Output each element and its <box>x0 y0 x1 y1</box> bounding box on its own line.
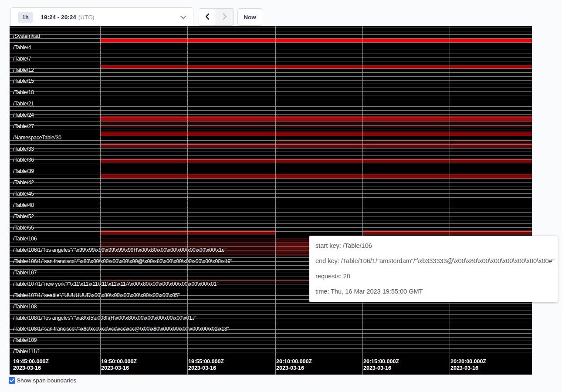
show-span-boundaries-checkbox[interactable] <box>9 377 15 384</box>
chevron-left-icon <box>205 13 210 21</box>
h-gridline <box>10 175 532 175</box>
h-gridline <box>10 197 532 198</box>
heatmap-tooltip: start key: /Table/106 end key: /Table/10… <box>309 236 558 302</box>
time-nav-group <box>199 8 234 26</box>
prev-time-button[interactable] <box>199 8 216 26</box>
tick-date: 2023-03-16 <box>276 365 312 372</box>
h-gridline <box>10 46 532 46</box>
row-label: /Table/45 <box>13 191 34 197</box>
h-gridline <box>10 212 532 213</box>
row-label: /Table/21 <box>13 101 34 107</box>
h-gridline <box>10 148 532 149</box>
h-gridline <box>10 133 532 133</box>
h-gridline <box>10 38 532 39</box>
tooltip-requests: requests: 28 <box>315 272 552 280</box>
h-gridline <box>10 106 532 107</box>
h-gridline <box>10 91 532 92</box>
h-gridline <box>10 68 532 69</box>
h-gridline <box>10 171 532 171</box>
row-label: /Table/55 <box>13 225 34 231</box>
row-label: /Table/7 <box>13 56 31 62</box>
h-gridline <box>10 307 532 307</box>
row-label: /Table/39 <box>13 168 34 174</box>
next-time-button[interactable] <box>216 8 234 26</box>
row-label: /System/tsd <box>13 33 40 39</box>
tick-time: 20:15:00.000Z <box>363 358 399 365</box>
row-label: /Table/18 <box>13 89 34 95</box>
x-axis-tick: 19:50:00.000Z2023-03-16 <box>101 358 137 372</box>
h-gridline <box>10 231 532 232</box>
x-axis-tick: 20:20:00.000Z2023-03-16 <box>450 358 486 372</box>
h-gridline <box>10 223 532 224</box>
row-label: /Table/108 <box>13 304 37 310</box>
h-gridline <box>10 50 532 50</box>
h-gridline <box>10 103 532 103</box>
tick-time: 19:45:00.000Z <box>13 358 49 365</box>
h-gridline <box>10 311 532 311</box>
h-gridline <box>10 201 532 201</box>
h-gridline <box>10 144 532 145</box>
tick-time: 19:50:00.000Z <box>101 358 137 365</box>
key-visualizer-heatmap[interactable]: /System/tsd/Table/4/Table/7/Table/12/Tab… <box>10 26 532 375</box>
tick-date: 2023-03-16 <box>188 365 224 372</box>
tick-date: 2023-03-16 <box>13 365 49 372</box>
h-gridline <box>10 159 532 160</box>
h-gridline <box>10 118 532 118</box>
h-gridline <box>10 163 532 163</box>
chevron-right-icon <box>222 13 227 21</box>
h-gridline <box>10 209 532 209</box>
row-label: /Table/27 <box>13 123 34 129</box>
row-label: /Table/24 <box>13 112 34 118</box>
h-gridline <box>10 110 532 111</box>
h-gridline <box>10 345 532 345</box>
h-gridline <box>10 178 532 179</box>
h-gridline <box>10 352 532 352</box>
h-gridline <box>10 57 532 57</box>
h-gridline <box>10 122 532 122</box>
h-gridline <box>10 216 532 216</box>
row-label: /Table/108/1/"san francisco"/"\x8c\xcc\x… <box>13 326 229 332</box>
time-range-selector[interactable]: 1h 19:24 - 20:24 (UTC) <box>10 7 193 27</box>
x-axis-tick: 19:45:00.000Z2023-03-16 <box>13 358 49 372</box>
h-gridline <box>10 182 532 182</box>
row-label: /Table/42 <box>13 179 34 186</box>
heat-band <box>100 116 532 121</box>
row-label: /Table/107/1/"seattle"/"UUUUUUD\x00\x80\… <box>13 292 179 298</box>
h-gridline <box>10 356 532 356</box>
h-gridline <box>10 65 532 65</box>
heat-band <box>100 38 532 42</box>
heat-band <box>100 230 275 235</box>
h-gridline <box>10 72 532 73</box>
row-label: /Table/4 <box>13 44 31 51</box>
h-gridline <box>10 129 532 129</box>
tick-date: 2023-03-16 <box>101 365 137 372</box>
h-gridline <box>10 155 532 156</box>
h-gridline <box>10 42 532 43</box>
h-gridline <box>10 322 532 322</box>
h-gridline <box>10 31 532 31</box>
tick-time: 20:10:00.000Z <box>276 358 312 365</box>
row-label: /Table/107 <box>13 270 37 276</box>
row-label: /Table/106/1/"los angeles"/"\x99\x99\x99… <box>13 247 227 253</box>
tooltip-start-key: start key: /Table/106 <box>315 241 552 250</box>
show-span-boundaries-control[interactable]: Show span boundaries <box>9 377 76 384</box>
chevron-down-icon <box>180 16 186 19</box>
h-gridline <box>10 95 532 95</box>
row-label: /Table/15 <box>13 78 34 84</box>
row-label: /Table/52 <box>13 213 34 220</box>
v-gridline <box>275 26 276 375</box>
h-gridline <box>10 114 532 115</box>
tooltip-end-key: end key: /Table/106/1/"amsterdam"/"\xb33… <box>315 257 552 265</box>
tooltip-time: time: Thu, 16 Mar 2023 19:55:00 GMT <box>315 287 552 296</box>
h-gridline <box>10 34 532 35</box>
h-gridline <box>10 235 532 235</box>
h-gridline <box>10 76 532 77</box>
v-gridline <box>362 26 363 375</box>
h-gridline <box>10 333 532 334</box>
range-timezone: (UTC) <box>78 14 95 20</box>
now-button[interactable]: Now <box>237 8 262 26</box>
h-gridline <box>10 125 532 126</box>
h-gridline <box>10 99 532 99</box>
h-gridline <box>10 84 532 84</box>
h-gridline <box>10 140 532 141</box>
